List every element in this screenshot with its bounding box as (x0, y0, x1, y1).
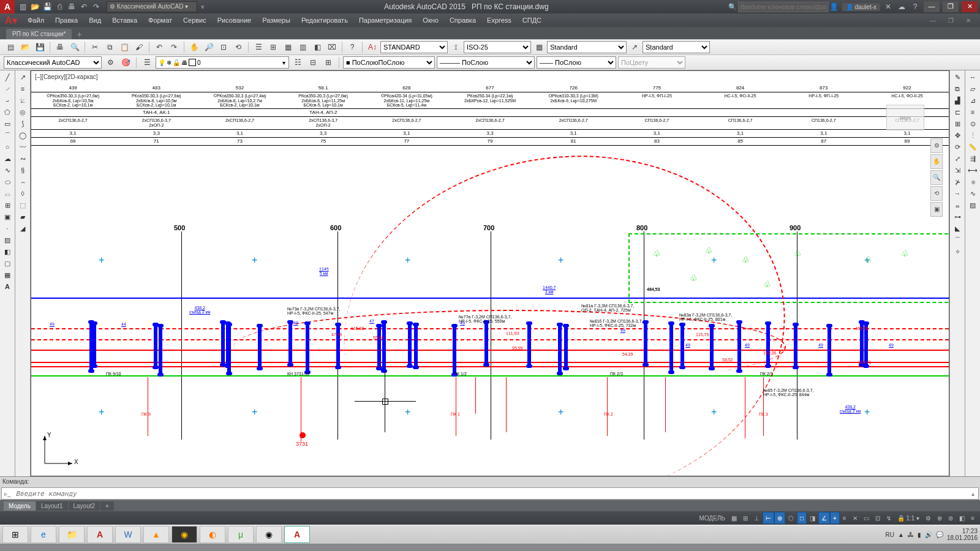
taskbar-ie-icon[interactable]: e (31, 526, 56, 543)
layout-add-button[interactable]: + (100, 501, 114, 511)
zoom-rt-icon[interactable]: 🔎 (202, 40, 216, 54)
polygon-icon[interactable]: ⬠ (1, 107, 13, 118)
minimize-button[interactable]: — (924, 1, 940, 12)
trim-icon[interactable]: ⊁ (951, 176, 963, 187)
cut-icon[interactable]: ✂ (88, 40, 102, 54)
toolpal-icon[interactable]: ▦ (281, 40, 295, 54)
osnap-icon[interactable]: □ (797, 512, 807, 524)
menu-format[interactable]: Формат (143, 17, 178, 24)
zoom-win-icon[interactable]: ⊡ (217, 40, 230, 54)
fillet-icon[interactable]: ⌒ (951, 234, 963, 246)
table-icon[interactable]: ▦ (1, 269, 13, 280)
menu-tools[interactable]: Сервис (178, 17, 212, 24)
lineweight-select[interactable]: —— ПоСлою (537, 56, 616, 69)
ray-icon[interactable]: ↗ (17, 72, 29, 83)
tpy-icon[interactable]: ✕ (850, 512, 861, 524)
exchange-icon[interactable]: ✕ (883, 1, 894, 12)
lwt-icon[interactable]: ≡ (840, 512, 850, 524)
rectangle-icon[interactable]: ▭ (1, 118, 13, 129)
lengthen-icon[interactable]: ⟷ (967, 165, 979, 176)
mleaderstyle-select[interactable]: Standard (643, 41, 710, 53)
plotstyle-select[interactable]: ПоЦвету (618, 56, 685, 69)
ucs-icon[interactable]: Y X (39, 433, 75, 471)
signin-icon[interactable]: 👤 (829, 1, 840, 12)
3dpoly-icon[interactable]: ⟀ (17, 95, 29, 106)
taskbar-explorer-icon[interactable]: 📁 (59, 526, 85, 543)
mirror-icon[interactable]: ▟ (951, 95, 963, 106)
spline-icon[interactable]: ∿ (1, 165, 13, 176)
copy-icon[interactable]: ⧉ (103, 40, 116, 54)
layer-states-icon[interactable]: ☷ (291, 56, 304, 69)
mleaderstyle-icon[interactable]: ↗ (628, 40, 641, 54)
layer-select[interactable]: 💡 ❄ 🔓 🖶 0 ▾ (156, 56, 289, 69)
help-search-input[interactable] (738, 2, 829, 12)
workspace-select[interactable]: Классический AutoCAD (4, 56, 102, 69)
arc-icon[interactable]: ⌒ (1, 130, 13, 141)
id-icon[interactable]: ⊙ (967, 118, 979, 129)
user-badge[interactable]: 👤 daulet-x (842, 3, 880, 11)
qp-icon[interactable]: ▭ (861, 512, 872, 524)
ellipse-icon[interactable]: ⬭ (1, 176, 13, 187)
qat-plot-icon[interactable]: 🖶 (66, 1, 77, 12)
maximize-button[interactable]: ❐ (943, 1, 959, 12)
align-icon[interactable]: ⇶ (967, 153, 979, 164)
nav-orbit-icon[interactable]: ⟲ (930, 186, 943, 201)
tray-icon[interactable]: ▲ (898, 531, 904, 538)
tray-action-icon[interactable]: 💬 (936, 531, 943, 538)
offset-icon[interactable]: ⊏ (951, 107, 963, 118)
taskbar-app3-icon[interactable]: ◐ (200, 526, 225, 543)
ellipsearc-icon[interactable]: ⌓ (1, 188, 13, 199)
pan-icon[interactable]: ✋ (187, 40, 201, 54)
menu-modify[interactable]: Редактировать (296, 17, 353, 24)
layout-tab-1[interactable]: Layout1 (36, 501, 68, 511)
circle2-icon[interactable]: ◯ (17, 130, 29, 141)
break-icon[interactable]: ⏛ (951, 200, 963, 211)
rotate-icon[interactable]: ⟳ (951, 141, 963, 152)
boundary-icon[interactable]: ⬚ (17, 200, 29, 211)
layer-iso-icon[interactable]: ⊟ (306, 56, 320, 69)
tray-battery-icon[interactable]: ▮ (918, 531, 921, 538)
menu-express[interactable]: Express (481, 17, 517, 24)
menu-edit[interactable]: Правка (50, 17, 83, 24)
qat-save-icon[interactable]: 💾 (42, 1, 53, 12)
qat-new-icon[interactable]: ▥ (17, 1, 28, 12)
nav-wheel-icon[interactable]: ⚙ (930, 138, 943, 153)
dimstyle-icon[interactable]: ⟟ (449, 40, 462, 54)
spline3-icon[interactable]: ∾ (17, 153, 29, 164)
otrack-icon[interactable]: ∠ (818, 512, 830, 524)
circle-icon[interactable]: ○ (1, 141, 13, 152)
menu-spds[interactable]: СПДС (517, 17, 547, 24)
color-select[interactable]: ■ ПоСлоюПоСлою (343, 56, 435, 69)
app-logo[interactable]: A (0, 0, 15, 13)
sheetset-icon[interactable]: ▥ (296, 40, 309, 54)
infer-icon[interactable]: ⊥ (751, 512, 763, 524)
status-model-button[interactable]: МОДЕЛЬ (696, 512, 728, 524)
splinedit-icon[interactable]: ∿ (967, 188, 979, 199)
arc2-icon[interactable]: ⟆ (17, 118, 29, 129)
xline-icon[interactable]: ⟋ (1, 83, 13, 94)
qat-undo-icon[interactable]: ↶ (78, 1, 89, 12)
stretch-icon[interactable]: ⇲ (951, 165, 963, 176)
markup-icon[interactable]: ◧ (311, 40, 324, 54)
mtext-icon[interactable]: A (1, 281, 13, 292)
menu-dimension[interactable]: Размеры (257, 17, 296, 24)
taskbar-word-icon[interactable]: W (115, 526, 141, 543)
hw-icon[interactable]: ⊚ (945, 512, 956, 524)
pline-icon[interactable]: ⨼ (1, 95, 13, 106)
insert-icon[interactable]: ⊞ (1, 200, 13, 211)
textstyle-select[interactable]: STANDARD (380, 41, 448, 53)
solid-icon[interactable]: ▰ (17, 211, 29, 222)
taskbar-app-icon[interactable]: ▲ (143, 526, 169, 543)
textstyle-icon[interactable]: A↕ (366, 40, 379, 54)
polar-icon[interactable]: ⊛ (774, 512, 785, 524)
region-icon[interactable]: ▢ (1, 258, 13, 269)
iso-icon[interactable]: ⬠ (785, 512, 797, 524)
qat-open-icon[interactable]: 📂 (29, 1, 40, 12)
clock[interactable]: 17:23 (947, 528, 978, 534)
chamfer-icon[interactable]: ◣ (951, 223, 963, 234)
command-menu-icon[interactable]: ▴ (968, 490, 978, 497)
move-icon[interactable]: ✥ (951, 130, 963, 141)
extend-icon[interactable]: → (951, 188, 963, 199)
date[interactable]: 18.01.2016 (947, 534, 978, 541)
ws-btn[interactable]: ⚙ (922, 512, 934, 524)
